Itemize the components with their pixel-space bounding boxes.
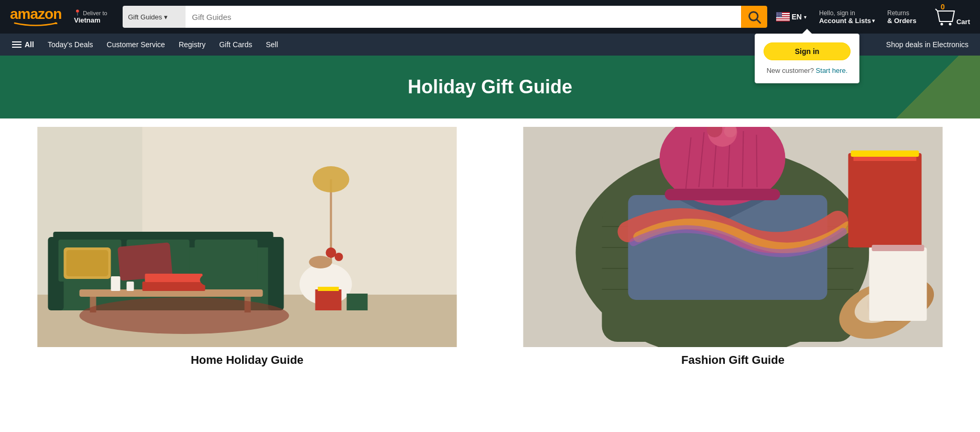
svg-point-19	[949, 23, 951, 26]
svg-point-46	[326, 247, 336, 258]
home-holiday-svg	[8, 127, 486, 347]
svg-point-9	[777, 13, 778, 14]
svg-point-13	[778, 14, 779, 15]
svg-rect-37	[143, 282, 205, 291]
language-selector[interactable]: EN ▾	[772, 9, 810, 24]
cart-icon-wrap: 0	[934, 7, 955, 27]
svg-point-10	[778, 13, 779, 14]
deliver-top-label: 📍 Deliver to	[74, 9, 114, 16]
search-bar: Gift Guides ▾	[123, 6, 767, 28]
nav-item-gift-cards[interactable]: Gift Cards	[213, 37, 258, 52]
account-arrow-icon: ▾	[872, 18, 875, 24]
svg-rect-48	[315, 289, 342, 310]
svg-rect-52	[363, 143, 363, 247]
language-arrow-icon: ▾	[804, 14, 807, 20]
home-holiday-card[interactable]: Home Holiday Guide	[8, 127, 486, 367]
cart-icon	[934, 7, 955, 27]
search-category-label: Gift Guides	[128, 13, 162, 21]
amazon-logo[interactable]: amazon	[6, 4, 65, 29]
cart-count-badge: 0	[941, 3, 945, 11]
svg-point-12	[777, 14, 778, 15]
nav-item-registry[interactable]: Registry	[173, 37, 211, 52]
account-box[interactable]: Hello, sign in Account & Lists ▾	[815, 7, 878, 27]
fashion-gift-image	[494, 127, 972, 347]
home-holiday-image	[8, 127, 486, 347]
search-icon	[747, 9, 761, 24]
svg-point-15	[777, 16, 778, 17]
language-code: EN	[792, 13, 802, 21]
returns-bottom-label: & Orders	[887, 17, 922, 25]
home-holiday-label: Home Holiday Guide	[191, 353, 303, 367]
hamburger-icon	[12, 41, 21, 48]
flag-icon	[776, 12, 790, 21]
svg-point-44	[313, 166, 350, 192]
svg-point-14	[780, 14, 781, 15]
fashion-gift-svg	[494, 127, 972, 347]
svg-rect-27	[268, 237, 284, 310]
hero-title: Holiday Gift Guide	[408, 76, 572, 98]
cart-label: Cart	[956, 18, 970, 26]
start-here-link[interactable]: Start here.	[816, 67, 848, 74]
cart-box[interactable]: 0 Cart	[931, 4, 974, 29]
svg-point-16	[778, 16, 779, 17]
svg-rect-32	[67, 250, 108, 276]
search-category-dropdown[interactable]: Gift Guides ▾	[123, 6, 186, 28]
account-lists-label: Account & Lists	[819, 17, 871, 25]
logo-text: amazon	[10, 7, 61, 21]
svg-rect-6	[776, 17, 790, 18]
deals-ticker[interactable]: Shop deals in Electronics	[881, 37, 974, 52]
svg-rect-39	[111, 276, 121, 291]
search-button[interactable]	[741, 6, 767, 28]
svg-line-20	[935, 9, 938, 11]
svg-point-41	[200, 274, 221, 286]
new-customer-text: New customer? Start here.	[764, 67, 851, 74]
svg-point-45	[309, 256, 332, 268]
chevron-down-icon: ▾	[164, 13, 168, 21]
account-greeting: Hello, sign in	[819, 9, 875, 17]
deliver-location: Vietnam	[74, 16, 114, 24]
svg-point-51	[80, 297, 289, 334]
svg-point-11	[780, 13, 781, 14]
signin-button[interactable]: Sign in	[764, 42, 851, 60]
nav-all-button[interactable]: All	[6, 37, 40, 52]
nav-item-todays-deals[interactable]: Today's Deals	[42, 37, 99, 52]
svg-rect-80	[869, 247, 927, 321]
fashion-gift-card[interactable]: Fashion Gift Guide	[494, 127, 972, 367]
svg-line-2	[757, 19, 760, 23]
fashion-gift-label: Fashion Gift Guide	[681, 353, 785, 367]
nav-item-sell[interactable]: Sell	[260, 37, 284, 52]
svg-rect-79	[851, 150, 919, 157]
main-content: Home Holiday Guide	[0, 118, 980, 367]
svg-rect-40	[127, 282, 134, 291]
svg-rect-7	[776, 19, 790, 20]
svg-rect-38	[145, 274, 203, 282]
svg-line-69	[757, 135, 757, 187]
search-input[interactable]	[186, 6, 741, 28]
nav-item-customer-service[interactable]: Customer Service	[101, 37, 171, 52]
svg-rect-49	[318, 287, 339, 291]
deliver-to-box[interactable]: 📍 Deliver to Vietnam	[70, 7, 117, 27]
returns-orders-box[interactable]: Returns & Orders	[884, 7, 925, 27]
svg-point-47	[335, 253, 343, 261]
nav-all-label: All	[25, 40, 34, 49]
returns-top-label: Returns	[887, 9, 922, 17]
signin-dropdown: Sign in New customer? Start here.	[755, 34, 859, 83]
svg-rect-81	[872, 245, 924, 251]
svg-point-17	[780, 16, 781, 17]
svg-rect-50	[347, 294, 368, 310]
svg-rect-77	[848, 153, 922, 247]
svg-point-18	[940, 23, 943, 26]
top-header: amazon 📍 Deliver to Vietnam Gift Guides …	[0, 0, 980, 34]
logo-smile-icon	[12, 21, 59, 27]
location-pin-icon: 📍	[74, 9, 81, 16]
svg-rect-73	[665, 189, 780, 200]
